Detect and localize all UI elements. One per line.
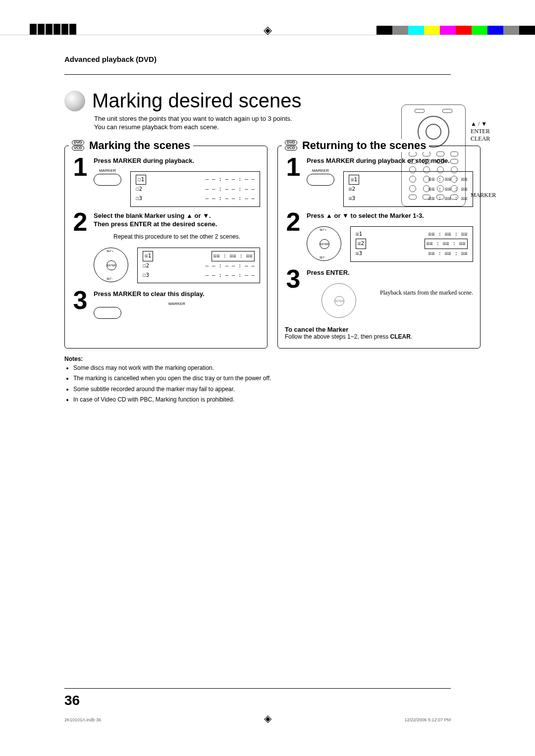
- step-subtext: Playback starts from the marked scene.: [380, 280, 473, 297]
- note-item: Some subtitle recorded around the marker…: [73, 386, 287, 394]
- note-item: In case of Video CD with PBC, Marking fu…: [73, 396, 287, 404]
- footer-right: 12/22/2006 5:12:07 PM: [404, 717, 451, 722]
- osd-display: ☒1☒☒ : ☒☒ : ☒☒ ☒2☒☒ : ☒☒ : ☒☒ ☒3☒☒ : ☒☒ …: [343, 171, 473, 207]
- step-title: Press MARKER during playback.: [94, 157, 260, 165]
- page-title: Marking desired scenes: [92, 90, 301, 112]
- page-rule: [64, 688, 451, 689]
- intro-text: The unit stores the points that you want…: [94, 115, 302, 132]
- step-title: Select the blank Marker using ▲ or ▼. Th…: [94, 212, 260, 229]
- osd-display: ☒1☒☒ : ☒☒ : ☒☒ ☒2☒☒ : ☒☒ : ☒☒ ☒3☒☒ : ☒☒ …: [350, 226, 473, 262]
- marker-button-icon: [94, 174, 121, 186]
- note-item: The marking is cancelled when you open t…: [73, 375, 287, 383]
- osd-display: ☒1☒☒ : ☒☒ : ☒☒ ☐2— — : — — : — — ☐3— — :…: [137, 248, 260, 283]
- print-marks: [30, 24, 76, 35]
- step-title: Press ENTER.: [307, 269, 473, 277]
- cancel-block: To cancel the Marker Follow the above st…: [285, 326, 473, 340]
- step-number: 2: [285, 212, 302, 233]
- print-header: ◈: [0, 0, 535, 35]
- dpad-icon: ENTER: [321, 283, 356, 318]
- section-label: Advanced playback (DVD): [64, 55, 481, 63]
- marker-button-label: MARKER: [307, 168, 334, 173]
- page-number: 36: [64, 693, 80, 708]
- title-bullet-icon: [64, 91, 85, 111]
- step-number: 1: [285, 157, 302, 178]
- registration-mark-icon: ◈: [264, 712, 271, 724]
- column-marking: DVDVCD Marking the scenes 1 Press MARKER…: [64, 146, 268, 349]
- step-title: Press MARKER to clear this display.: [94, 290, 260, 299]
- marker-button-label: MARKER: [94, 302, 260, 306]
- step-number: 2: [72, 212, 89, 233]
- disc-badge: DVDVCD: [72, 140, 84, 151]
- column-heading: Marking the scenes: [89, 139, 190, 152]
- column-heading: Returning to the scenes: [302, 139, 427, 152]
- color-bar: [376, 26, 535, 35]
- marker-button-icon: [94, 307, 121, 319]
- step-subtext: Repeat this procedure to set the other 2…: [113, 233, 260, 241]
- marker-button-icon: [307, 174, 334, 186]
- dpad-icon: ENTER SET + SET -: [307, 226, 341, 261]
- dpad-icon: ENTER SET + SET -: [94, 248, 128, 282]
- footer-left: 2K10101A.indb 36: [64, 717, 101, 722]
- step-title: Press MARKER during playback or stop mod…: [307, 157, 473, 165]
- osd-display: ☐1— — : — — : — — ☐2— — : — — : — — ☐3— …: [130, 171, 260, 207]
- column-returning: DVDVCD Returning to the scenes 1 Press M…: [277, 146, 481, 349]
- notes-block: Notes: Some discs may not work with the …: [64, 355, 287, 404]
- note-item: Some discs may not work with the marking…: [73, 364, 287, 372]
- remote-label-top: ▲ / ▼ ENTER CLEAR: [471, 120, 490, 143]
- step-title: Press ▲ or ▼ to select the Marker 1-3.: [307, 212, 473, 220]
- section-rule: [64, 65, 451, 75]
- step-number: 1: [72, 157, 89, 178]
- step-number: 3: [72, 290, 89, 311]
- marker-button-label: MARKER: [94, 168, 121, 173]
- disc-badge: DVDVCD: [285, 140, 297, 151]
- step-number: 3: [285, 269, 302, 290]
